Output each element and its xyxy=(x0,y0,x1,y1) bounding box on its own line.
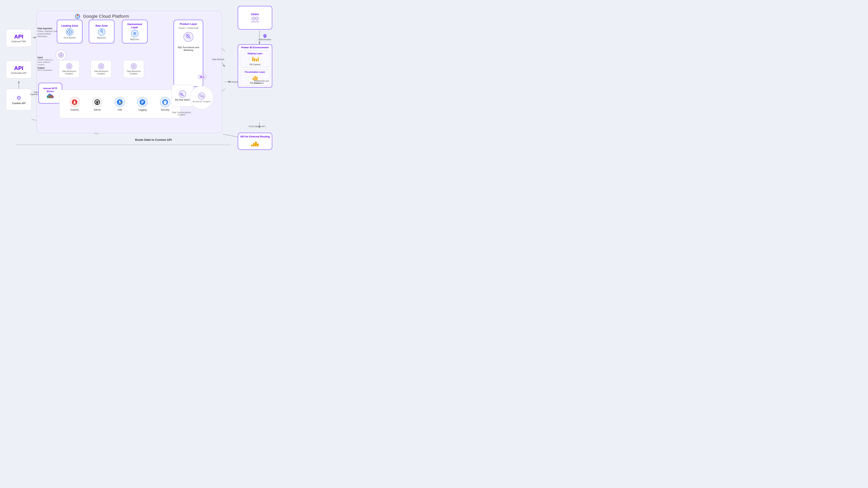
tool-logging: Logging xyxy=(137,97,148,111)
svg-rect-62 xyxy=(141,102,144,102)
svg-point-69 xyxy=(198,93,205,99)
security-icon xyxy=(160,97,170,107)
sftp-cloud-icon xyxy=(46,94,54,99)
api-outbound-sublabel: Outbound TMS xyxy=(11,40,26,42)
svg-rect-63 xyxy=(141,103,143,103)
dc-import-label: DC/Import xyxy=(229,81,238,83)
dm2-box: Data Movement (Lingaro) xyxy=(91,60,112,78)
shield-icon xyxy=(263,34,267,38)
svg-point-57 xyxy=(74,101,75,102)
gcp-logo-icon xyxy=(74,13,81,20)
sftp-data-ingestion-label: Data Ingestion xyxy=(29,91,38,95)
tool-automic: Automic xyxy=(69,97,80,111)
relationship-label: Relationship and Calculation xyxy=(254,80,272,84)
route-data-label: Route Data to Custom API xyxy=(31,138,276,141)
custom-api-icon: ⚙ xyxy=(17,95,21,101)
api-geo-label: API xyxy=(14,65,24,71)
dm3-icon xyxy=(131,63,137,69)
automic-icon xyxy=(69,97,80,107)
iam-icon xyxy=(115,97,125,107)
input-output-label: Input Location data (e.g., name, address… xyxy=(37,56,55,71)
gcp-header: Google Cloud Platform xyxy=(74,13,129,20)
bq-api-box: BQ and API (Lingaro) xyxy=(190,86,213,109)
svg-rect-74 xyxy=(252,57,253,61)
tool-iam: IAM xyxy=(115,97,125,111)
bq-final-icon xyxy=(179,90,186,98)
pbi-dataset-icon xyxy=(251,56,259,63)
brain-circle xyxy=(56,50,66,60)
users-title: Users xyxy=(251,12,259,16)
svg-point-45 xyxy=(187,35,188,36)
brain-svg xyxy=(58,52,64,58)
brain-icon xyxy=(56,50,66,60)
harmonized-layer-box: Harmonized Layer BigQuery xyxy=(122,20,148,43)
dm1-icon xyxy=(66,63,72,69)
custom-api-label: Custom API xyxy=(12,102,26,105)
tool-security: Security xyxy=(160,97,170,111)
landing-zone-box: Landing Zone GCS Bucket xyxy=(57,20,83,43)
data-refresh-label: Data Refresh xyxy=(212,58,224,61)
svg-rect-76 xyxy=(256,59,257,61)
custom-api-box: ⚙ Custom API xyxy=(6,89,32,110)
logging-icon xyxy=(137,97,148,107)
raw-zone-icon xyxy=(98,28,105,36)
sql-procedures-label: SQL Procedures and Modeling xyxy=(176,46,201,52)
tool-github: Github xyxy=(92,97,102,111)
svg-point-67 xyxy=(181,94,182,94)
harmonized-icon xyxy=(131,30,139,37)
svg-point-73 xyxy=(255,17,258,20)
data-ingestion-label-top: Data Ingestion Orders, shipment, and pro… xyxy=(37,27,57,38)
svg-point-70 xyxy=(199,94,202,96)
api-geo-sublabel: Geolocation API xyxy=(11,72,27,74)
svg-point-38 xyxy=(101,30,102,31)
svg-rect-84 xyxy=(257,143,259,146)
svg-rect-77 xyxy=(258,57,259,61)
dm3-box: Data Movement (Lingaro) xyxy=(123,60,144,78)
bq-api-icon xyxy=(198,92,205,100)
sftp-box: Internal SFTP Bitvise xyxy=(38,83,62,103)
users-box: Users xyxy=(238,6,272,30)
gcp-title: Google Cloud Platform xyxy=(83,14,129,19)
staging-layer-box: Staging Layer PBI Dataset xyxy=(240,51,270,67)
api-outbound-tms: API Outbound TMS xyxy=(6,29,32,47)
diagram-container: Google Cloud Platform API Outbound TMS A… xyxy=(0,0,276,156)
svg-rect-82 xyxy=(253,143,255,146)
svg-rect-79 xyxy=(254,76,256,80)
api-geolocation: API Geolocation API xyxy=(6,61,32,78)
rls-badge: RLS xyxy=(198,75,206,79)
push-data-label: Push Data to API xyxy=(249,125,265,128)
data-transformations-label: Data Transformations (Lingaro) xyxy=(169,111,194,116)
api-outbound-label: API xyxy=(14,34,24,40)
landing-zone-icon xyxy=(66,28,73,36)
tools-box: Automic Github IAM xyxy=(59,90,181,118)
route-line xyxy=(16,145,231,145)
svg-rect-75 xyxy=(254,58,255,61)
svg-point-72 xyxy=(252,17,255,20)
dm2-icon xyxy=(98,63,104,69)
auth-label: Authorization xyxy=(259,34,271,41)
dm1-box: Data Movement (Lingaro) xyxy=(59,60,80,78)
svg-rect-61 xyxy=(141,101,144,101)
svg-point-31 xyxy=(69,31,70,33)
product-analytics-icon xyxy=(183,32,193,43)
raw-zone-box: Raw Zone BigQuery xyxy=(89,20,115,43)
users-icon xyxy=(250,16,260,23)
svg-rect-83 xyxy=(255,141,257,146)
svg-point-42 xyxy=(134,33,135,34)
svg-rect-81 xyxy=(251,145,253,146)
github-icon xyxy=(92,97,102,107)
svg-rect-78 xyxy=(253,77,254,80)
